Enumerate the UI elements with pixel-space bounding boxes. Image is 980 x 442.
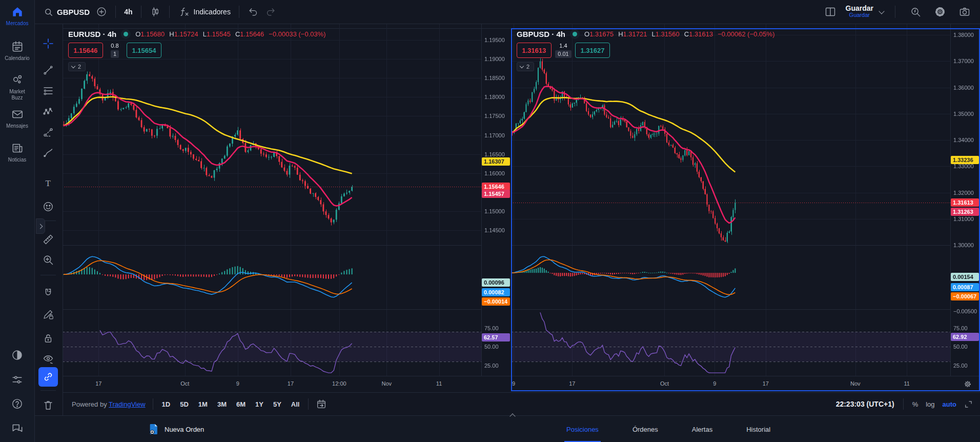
chart-panel-gbpusd: GBPUSD · 4h O1.31675 H1.31721 L1.31560 C…	[511, 24, 980, 392]
collapse-panel-caret[interactable]	[509, 413, 516, 417]
magnet-tool[interactable]	[38, 284, 58, 303]
time-axis-settings-icon[interactable]	[964, 380, 972, 388]
market-open-icon	[121, 29, 131, 39]
range-button-1y[interactable]: 1Y	[254, 399, 265, 409]
layout-button[interactable]	[821, 3, 840, 21]
camera-icon[interactable]	[955, 3, 974, 21]
quick-search-icon[interactable]	[907, 3, 925, 21]
price-scale[interactable]: 1.380001.370001.360001.350001.340001.330…	[950, 24, 980, 376]
gear-icon[interactable]	[931, 3, 949, 21]
projection-tool[interactable]	[38, 123, 58, 142]
time-axis-label: 9	[713, 380, 716, 387]
zoom-in-tool[interactable]	[38, 250, 58, 270]
chart-panel-eurusd: EURUSD · 4h O1.15680 H1.15724 L1.15545 C…	[63, 24, 511, 392]
price-scale-label: 1.17500	[484, 112, 505, 120]
time-axis-label: 17	[763, 380, 769, 387]
remove-drawings-tool[interactable]	[38, 395, 58, 415]
emoji-tool[interactable]	[38, 197, 58, 216]
price-scale[interactable]: 1.195001.190001.185001.180001.175001.170…	[481, 24, 511, 376]
time-axis[interactable]: 17Oct91712:00Nov11	[63, 376, 511, 392]
ohlc-close: C1.31613	[684, 30, 713, 38]
chevron-down-icon[interactable]	[879, 8, 884, 14]
nav-item-calendario[interactable]: Calendario	[0, 40, 34, 61]
price-scale-label: 1.17000	[484, 131, 505, 139]
bubbles-icon	[0, 73, 34, 87]
ohlc-low: L1.31560	[652, 30, 680, 38]
range-button-6m[interactable]: 6M	[235, 399, 247, 409]
ask-button[interactable]: 1.15654	[127, 43, 161, 58]
envelope-icon	[0, 108, 34, 121]
price-tag-ma: 1.33236	[951, 156, 979, 164]
range-button-all[interactable]: All	[290, 399, 301, 409]
session-clock[interactable]: 22:23:03 (UTC+1)	[836, 400, 894, 408]
auto-scale-button[interactable]: auto	[943, 400, 956, 408]
fib-retracement-tool[interactable]	[38, 81, 58, 101]
tab-ordenes[interactable]: Órdenes	[632, 416, 658, 442]
range-button-3m[interactable]: 3M	[216, 399, 228, 409]
chart-canvas-eurusd[interactable]	[63, 24, 482, 376]
range-button-5y[interactable]: 5Y	[272, 399, 283, 409]
settings-sliders-icon[interactable]	[0, 373, 34, 386]
price-scale-label: 50.00	[484, 343, 499, 351]
spread-chip: 1	[111, 50, 119, 58]
price-scale-label: 50.00	[953, 343, 968, 351]
bid-button[interactable]: 1.15646	[68, 43, 103, 58]
go-to-date-button[interactable]	[316, 398, 327, 410]
theme-toggle-icon[interactable]	[0, 349, 34, 361]
hide-drawings-tool[interactable]	[38, 349, 58, 369]
crosshair-tool[interactable]	[38, 34, 58, 53]
text-tool[interactable]: T	[38, 173, 58, 193]
chart-legend: GBPUSD · 4h O1.31675 H1.31721 L1.31560 C…	[517, 29, 774, 71]
tab-posiciones[interactable]: Posiciones	[566, 416, 599, 442]
powered-by: Powered by TradingView	[72, 400, 146, 408]
nav-item-mercados[interactable]: Mercados	[0, 5, 34, 26]
lock-all-tool[interactable]	[38, 329, 58, 348]
trend-line-tool[interactable]	[38, 61, 58, 80]
log-scale-button[interactable]: log	[926, 400, 934, 408]
range-button-1m[interactable]: 1M	[197, 399, 209, 409]
calendar-icon	[0, 40, 34, 53]
save-button[interactable]: Guardar Guardar	[846, 5, 873, 18]
collapsed-indicators-chip[interactable]: 2	[517, 62, 534, 71]
collapsed-indicators-chip[interactable]: 2	[68, 62, 86, 71]
symbol-title[interactable]: EURUSD · 4h	[68, 30, 116, 38]
nav-item-mensajes[interactable]: Mensajes	[0, 108, 34, 129]
time-axis[interactable]: 917Oct917Nov11	[511, 376, 980, 392]
brush-tool[interactable]	[38, 143, 58, 163]
tab-historial[interactable]: Historial	[746, 416, 770, 442]
tradingview-link[interactable]: TradingView	[109, 400, 146, 408]
range-button-5d[interactable]: 5D	[178, 399, 190, 409]
expand-panel-handle[interactable]	[36, 218, 45, 234]
sync-drawings-tool[interactable]	[38, 367, 58, 387]
compare-add-symbol-button[interactable]	[93, 3, 110, 21]
indicators-button[interactable]: Indicadores	[175, 3, 234, 21]
interval-button[interactable]: 4h	[121, 3, 135, 21]
symbol-title[interactable]: GBPUSD · 4h	[517, 30, 565, 38]
time-axis-label: Nov	[382, 380, 392, 387]
nav-item-market-buzz[interactable]: Market Buzz	[0, 73, 34, 101]
ohlc-open: O1.15680	[135, 30, 165, 38]
tab-alertas[interactable]: Alertas	[692, 416, 712, 442]
undo-button[interactable]	[244, 3, 262, 21]
indicator-count: 2	[78, 64, 81, 70]
drawing-lock-tool[interactable]	[38, 305, 58, 324]
new-order-button[interactable]: Nueva Orden	[148, 416, 204, 442]
change-value: −0.00062 (−0.05%)	[718, 30, 774, 38]
ohlc-close: C1.15646	[235, 30, 264, 38]
price-scale-label: 25.00	[484, 361, 499, 370]
redo-button[interactable]	[262, 3, 279, 21]
chart-style-button[interactable]	[147, 3, 164, 21]
chat-icon[interactable]	[0, 422, 34, 435]
pattern-tool[interactable]	[38, 102, 58, 122]
percent-scale-button[interactable]: %	[912, 400, 918, 408]
bid-button[interactable]: 1.31613	[517, 43, 552, 58]
ask-button[interactable]: 1.31627	[575, 43, 610, 58]
price-scale-label: 1.30000	[953, 241, 974, 249]
fullscreen-icon[interactable]	[964, 400, 973, 409]
time-axis-label: 17	[569, 380, 575, 387]
symbol-search-button[interactable]: GBPUSD	[40, 3, 93, 21]
help-icon[interactable]	[0, 397, 34, 410]
range-button-1d[interactable]: 1D	[160, 399, 172, 409]
chart-canvas-gbpusd[interactable]	[511, 24, 951, 376]
nav-item-noticias[interactable]: Noticias	[0, 142, 34, 163]
